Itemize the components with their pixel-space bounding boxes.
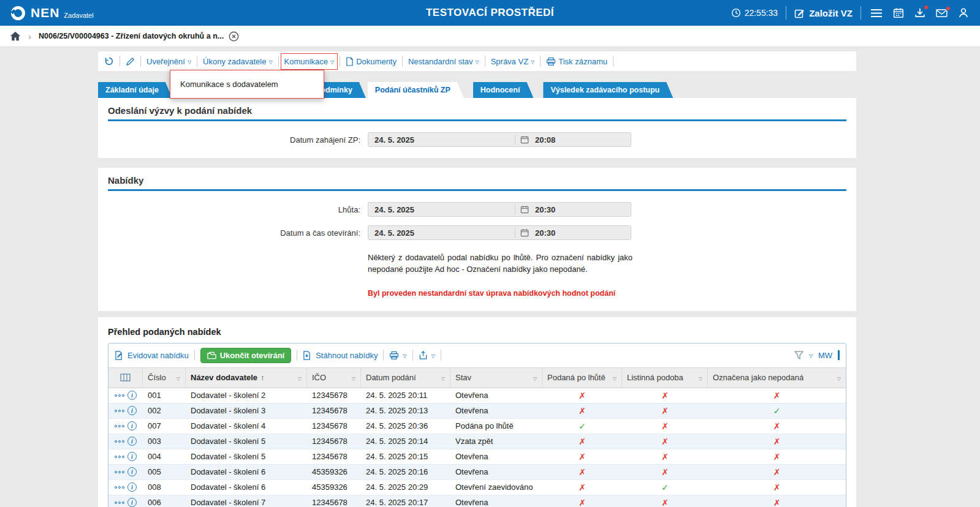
mw-handle[interactable] (838, 350, 840, 360)
calendar-small-icon[interactable] (520, 228, 529, 237)
divider (441, 350, 441, 361)
row-info-icon[interactable]: i (127, 437, 137, 446)
row-menu-icon[interactable] (115, 486, 124, 489)
user-profile-button[interactable] (957, 6, 970, 20)
row-info-icon[interactable]: i (127, 452, 137, 461)
calendar-small-icon[interactable] (520, 135, 529, 144)
toolbar-uverejneni[interactable]: Uveřejnění (146, 57, 191, 66)
time-value[interactable]: 20:30 (533, 205, 631, 214)
history-icon[interactable] (104, 56, 114, 66)
cross-icon: ✗ (661, 437, 669, 446)
create-vz-button[interactable]: Založit VZ (794, 8, 853, 18)
evidovat-nabidku-button[interactable]: Evidovat nabídku (115, 351, 189, 360)
field-row: Lhůta: 24. 5. 2025 20:30 (108, 202, 846, 217)
column-header-nepodana[interactable]: Označena jako nepodaná (708, 368, 846, 388)
row-info-icon[interactable]: i (127, 406, 137, 415)
notification-badge (946, 6, 951, 11)
tab-zakladni-udaje[interactable]: Základní údaje (98, 82, 172, 98)
close-icon[interactable] (229, 31, 239, 42)
ukoncit-otevirani-button[interactable]: Ukončit otevírání (200, 348, 291, 363)
row-info-icon[interactable]: i (127, 498, 137, 507)
messages-button[interactable] (935, 7, 949, 19)
calendar-small-icon[interactable] (520, 205, 529, 214)
calendar-button[interactable] (892, 6, 905, 20)
row-controls: i (108, 449, 143, 464)
column-label: Označena jako nepodaná (713, 373, 803, 382)
printer-icon (546, 57, 556, 66)
filter-caret-icon[interactable] (439, 373, 445, 382)
table-row[interactable]: i008Dodavatel - školení 64535932624. 5. … (108, 480, 846, 495)
filter-caret-icon[interactable] (531, 373, 537, 382)
table-row[interactable]: i002Dodavatel - školení 31234567824. 5. … (108, 404, 846, 419)
column-header-datum[interactable]: Datum podání (361, 368, 450, 388)
cell-po_lhute: ✗ (542, 480, 622, 495)
lhuta-input[interactable]: 24. 5. 2025 20:30 (368, 202, 631, 217)
print-table-button[interactable] (389, 351, 406, 360)
row-info-icon[interactable]: i (127, 391, 137, 400)
column-header-ico[interactable]: IČO (307, 368, 361, 388)
row-menu-icon[interactable] (115, 425, 124, 427)
cell-nazev: Dodavatel - školení 6 (186, 480, 307, 495)
column-header-controls[interactable] (108, 368, 143, 388)
server-clock: 22:55:33 (731, 8, 778, 18)
toolbar-tisk-zaznamu[interactable]: Tisk záznamu (546, 57, 607, 66)
filter-caret-icon[interactable] (835, 373, 841, 382)
tab-hodnoceni[interactable]: Hodnocení (473, 82, 534, 98)
date-value[interactable]: 24. 5. 2025 (368, 228, 515, 238)
filter-funnel-icon[interactable] (794, 351, 803, 359)
toolbar-nestandardni-stav[interactable]: Nestandardní stav (408, 57, 479, 66)
column-header-listinna[interactable]: Listinná podoba (622, 368, 708, 388)
table-row[interactable]: i001Dodavatel - školení 21234567824. 5. … (108, 388, 846, 404)
downloads-button[interactable] (913, 6, 927, 20)
table-row[interactable]: i004Dodavatel - školení 51234567824. 5. … (108, 449, 846, 465)
filter-caret-icon[interactable] (696, 373, 702, 382)
column-header-cislo[interactable]: Číslo (143, 368, 186, 388)
stahnout-nabidky-button[interactable]: Stáhnout nabídky (303, 351, 378, 360)
row-menu-icon[interactable] (115, 410, 124, 412)
export-table-button[interactable] (419, 351, 435, 360)
filter-caret-icon[interactable] (174, 373, 180, 382)
table-row[interactable]: i006Dodavatel - školení 71234567824. 5. … (108, 495, 846, 507)
cross-icon: ✗ (773, 467, 781, 477)
date-value[interactable]: 24. 5. 2025 (368, 205, 515, 214)
toolbar-dokumenty[interactable]: Dokumenty (346, 57, 397, 66)
tab-podani-ucastniku-zp[interactable]: Podání účastníků ZP (368, 82, 464, 98)
hamburger-menu-button[interactable] (869, 7, 884, 19)
column-header-po_lhute[interactable]: Podaná po lhůtě (542, 368, 622, 388)
caret-down-icon[interactable] (809, 351, 813, 360)
row-info-icon[interactable]: i (127, 483, 137, 492)
filter-caret-icon[interactable] (349, 373, 355, 382)
home-icon[interactable] (10, 31, 21, 41)
pencil-icon[interactable] (126, 57, 135, 66)
time-value[interactable]: 20:30 (533, 228, 631, 238)
row-menu-icon[interactable] (115, 394, 124, 397)
table-row[interactable]: i005Dodavatel - školení 64535932624. 5. … (108, 465, 846, 480)
mw-toggle[interactable]: MW (818, 351, 832, 360)
row-menu-icon[interactable] (115, 440, 124, 443)
nen-home-link[interactable]: NEN Zadavatel (10, 5, 94, 21)
row-info-icon[interactable]: i (127, 421, 137, 430)
column-header-nazev[interactable]: Název dodavatele↑ (186, 368, 307, 388)
row-menu-icon[interactable] (115, 471, 124, 473)
row-info-icon[interactable]: i (127, 467, 137, 476)
toolbar-komunikace[interactable]: Komunikace (284, 57, 335, 66)
menu-item-komunikace-s-dodavatelem[interactable]: Komunikace s dodavatelem (170, 70, 324, 98)
cell-listinna: ✗ (622, 404, 708, 418)
date-value[interactable]: 24. 5. 2025 (368, 135, 515, 145)
divider (340, 56, 340, 67)
table-row[interactable]: i007Dodavatel - školení 41234567824. 5. … (108, 419, 846, 434)
row-menu-icon[interactable] (115, 456, 124, 458)
time-value[interactable]: 20:08 (533, 135, 631, 145)
toolbar-sprava-vz[interactable]: Správa VZ (491, 57, 535, 66)
section-nabidky: Nabídky Lhůta: 24. 5. 2025 20:30 Datum a… (98, 168, 856, 311)
tab-vysledek-zadavaciho-postupu[interactable]: Výsledek zadávacího postupu (543, 82, 673, 98)
filter-caret-icon[interactable] (295, 373, 302, 382)
breadcrumb-item[interactable]: N006/25/V00004963 - Zřízení datových okr… (39, 31, 239, 42)
toolbar-ukony-zadavatele[interactable]: Úkony zadavatele (203, 57, 273, 66)
datum-zahajeni-input[interactable]: 24. 5. 2025 20:08 (368, 132, 631, 147)
otevirani-input[interactable]: 24. 5. 2025 20:30 (368, 225, 631, 240)
filter-caret-icon[interactable] (610, 373, 617, 382)
row-menu-icon[interactable] (115, 501, 124, 504)
column-header-stav[interactable]: Stav (450, 368, 542, 388)
table-row[interactable]: i003Dodavatel - školení 51234567824. 5. … (108, 434, 846, 449)
